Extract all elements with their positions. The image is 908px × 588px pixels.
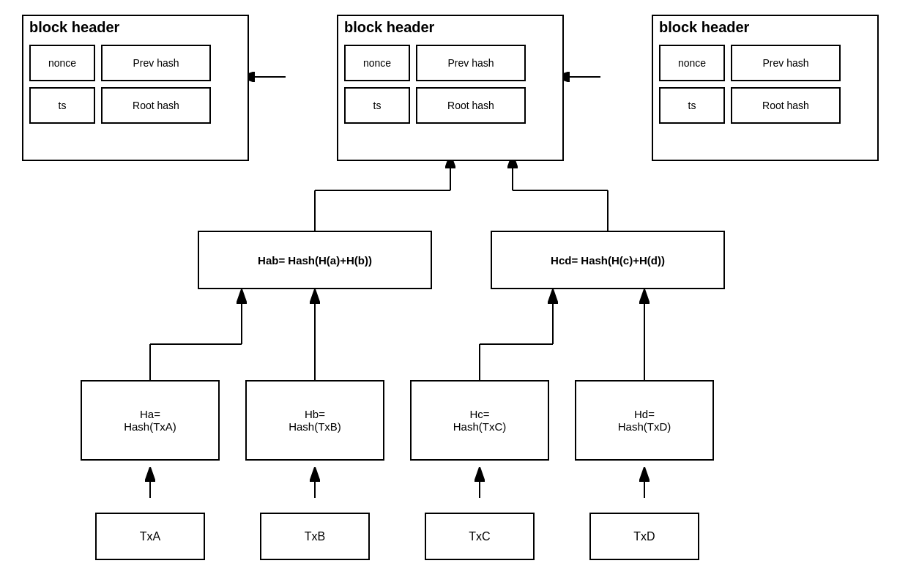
ha-node: Ha= Hash(TxA): [81, 380, 220, 461]
block-2-prev-hash: Prev hash: [416, 45, 526, 81]
block-3-ts: ts: [659, 87, 725, 124]
block-header-1: block header nonce ts Prev hash Root has…: [22, 15, 249, 161]
txa-node: TxA: [95, 513, 205, 560]
txc-node: TxC: [425, 513, 535, 560]
txb-node: TxB: [260, 513, 370, 560]
hcd-node: Hcd= Hash(H(c)+H(d)): [491, 231, 725, 289]
block-2-right: Prev hash Root hash: [416, 45, 526, 124]
ha-label: Ha= Hash(TxA): [124, 408, 176, 433]
txb-label: TxB: [305, 530, 325, 543]
diagram: block header nonce ts Prev hash Root has…: [0, 0, 908, 588]
block-2-ts: ts: [344, 87, 410, 124]
txc-label: TxC: [469, 530, 490, 543]
block-1-left: nonce ts: [29, 45, 95, 124]
block-1-prev-hash: Prev hash: [101, 45, 211, 81]
hc-label: Hc= Hash(TxC): [453, 408, 507, 433]
hd-node: Hd= Hash(TxD): [575, 380, 714, 461]
txd-label: TxD: [633, 530, 655, 543]
block-2-root-hash: Root hash: [416, 87, 526, 124]
block-2-left: nonce ts: [344, 45, 410, 124]
hab-node: Hab= Hash(H(a)+H(b)): [198, 231, 432, 289]
block-3-right: Prev hash Root hash: [731, 45, 841, 124]
block-2-nonce: nonce: [344, 45, 410, 81]
block-header-3-title: block header: [653, 16, 877, 39]
block-3-prev-hash: Prev hash: [731, 45, 841, 81]
hb-node: Hb= Hash(TxB): [245, 380, 384, 461]
block-header-2-title: block header: [338, 16, 562, 39]
hd-label: Hd= Hash(TxD): [618, 408, 671, 433]
block-3-left: nonce ts: [659, 45, 725, 124]
txa-label: TxA: [140, 530, 160, 543]
block-3-nonce: nonce: [659, 45, 725, 81]
hb-label: Hb= Hash(TxB): [289, 408, 341, 433]
block-1-root-hash: Root hash: [101, 87, 211, 124]
block-1-right: Prev hash Root hash: [101, 45, 211, 124]
hcd-label: Hcd= Hash(H(c)+H(d)): [551, 254, 665, 267]
block-1-ts: ts: [29, 87, 95, 124]
txd-node: TxD: [589, 513, 699, 560]
block-header-1-title: block header: [23, 16, 248, 39]
block-3-root-hash: Root hash: [731, 87, 841, 124]
block-header-2: block header nonce ts Prev hash Root has…: [337, 15, 564, 161]
hab-label: Hab= Hash(H(a)+H(b)): [258, 254, 372, 267]
block-header-3: block header nonce ts Prev hash Root has…: [652, 15, 879, 161]
block-1-nonce: nonce: [29, 45, 95, 81]
hc-node: Hc= Hash(TxC): [410, 380, 549, 461]
